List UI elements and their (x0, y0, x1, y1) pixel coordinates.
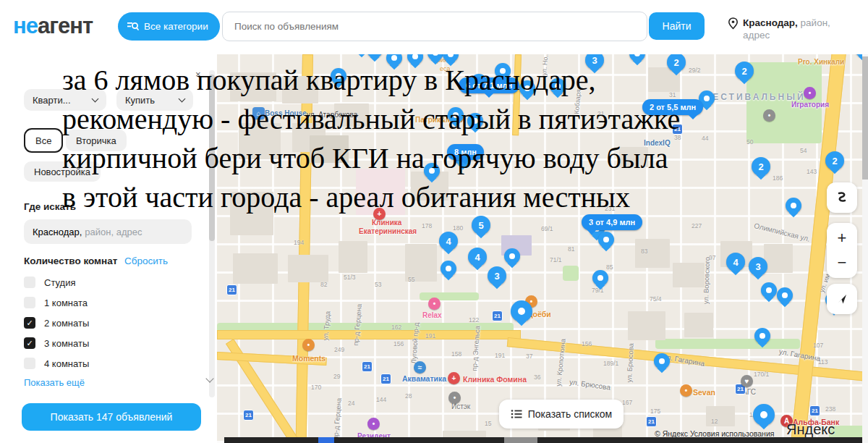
price-cluster-badge[interactable]: 6 от 7,1 млн (459, 77, 519, 93)
poi-poi-icon[interactable]: • (763, 109, 775, 122)
building (619, 147, 648, 167)
map-pin[interactable] (467, 113, 483, 129)
house-number: 38 (674, 134, 681, 141)
show-as-list-button[interactable]: Показать списком (499, 400, 624, 429)
map-pin[interactable] (592, 270, 608, 286)
property-type-label: Кварти... (33, 95, 71, 106)
map-pin[interactable] (331, 68, 346, 84)
where-input[interactable]: Краснодар, район, адрес (24, 219, 192, 244)
tab-newbuild[interactable]: Новостройка (24, 161, 101, 182)
map-pin[interactable] (504, 248, 520, 264)
room-checkbox[interactable] (24, 297, 35, 308)
map-pin[interactable]: 5 (472, 216, 490, 235)
page-scrollbar-thumb[interactable] (862, 56, 868, 180)
map-pin[interactable]: 3 (585, 54, 604, 69)
building (673, 263, 705, 287)
map-pin[interactable]: 2 (735, 62, 754, 80)
locate-button[interactable] (827, 284, 857, 314)
poi-akvamatika-icon[interactable]: ≈ (414, 361, 426, 374)
map-pin[interactable]: 2 (752, 157, 770, 176)
poi-rezident-icon[interactable]: • (367, 418, 380, 430)
room-option[interactable]: ✓3 комнаты (24, 333, 89, 353)
reset-link[interactable]: Сбросить (124, 256, 168, 266)
room-checkbox[interactable] (24, 277, 35, 288)
where-value: Краснодар, (33, 227, 82, 237)
building (764, 244, 793, 273)
house-number: 21 (597, 110, 604, 117)
show-results-button[interactable]: Показать 147 объявлений (22, 403, 201, 431)
room-label: 1 комната (44, 298, 88, 308)
room-option[interactable]: 1 комната (24, 292, 89, 313)
map-pin[interactable] (786, 198, 801, 214)
poi-clinic-ekaterininskaya-icon[interactable]: + (373, 208, 386, 220)
room-checkbox[interactable] (24, 358, 35, 369)
all-categories-button[interactable]: Все категории (118, 12, 220, 41)
road-shield: 21 (672, 124, 683, 135)
tab-secondary[interactable]: Вторичка (66, 130, 127, 151)
map-pin[interactable] (441, 261, 456, 277)
map-pin[interactable]: 2 (825, 151, 844, 170)
room-option[interactable]: Студия (24, 272, 89, 292)
poi-poi-icon[interactable]: • (448, 392, 461, 404)
map-pin[interactable] (386, 54, 402, 66)
sidebar-scrollbar-thumb[interactable] (209, 75, 215, 241)
map-label: ул. Брюсова (625, 343, 635, 383)
poi-moments-icon[interactable]: • (302, 339, 315, 351)
bottom-bar-chip (504, 437, 537, 443)
room-checkbox[interactable]: ✓ (24, 337, 35, 349)
deal-type-dropdown[interactable]: Купить (116, 89, 193, 111)
search-submit-button[interactable]: Найти (649, 12, 705, 40)
map-pin[interactable] (495, 63, 511, 79)
house-number: 53 (375, 281, 381, 288)
room-checkbox[interactable]: ✓ (24, 317, 35, 329)
map-pin[interactable] (424, 163, 440, 179)
map-pin[interactable] (598, 232, 614, 248)
poi-sevan-icon[interactable]: • (680, 384, 692, 397)
tab-all[interactable]: Все (24, 128, 63, 153)
poi-relax-icon[interactable]: • (428, 298, 441, 310)
map-pin[interactable] (753, 404, 775, 426)
poi-igratoria-icon[interactable]: • (804, 87, 816, 99)
show-more-link[interactable]: Показать ещё (24, 377, 85, 388)
map-pin[interactable] (550, 78, 566, 94)
map-pin[interactable]: 4 (439, 232, 458, 250)
price-cluster-badge[interactable]: 8 млн (447, 144, 484, 160)
house-number: 231 (605, 205, 615, 212)
map-pin[interactable] (654, 353, 670, 369)
close-icon[interactable]: × (195, 69, 201, 80)
house-number: 85 (606, 263, 613, 271)
house-number: 194 (294, 239, 304, 246)
room-option[interactable]: ✓2 комнаты (24, 313, 89, 333)
header-location[interactable]: Краснодар, район, адрес (728, 17, 836, 41)
map-pin[interactable] (629, 54, 645, 62)
map-pin[interactable] (519, 80, 535, 96)
price-cluster-badge[interactable]: 2 от 5,5 млн (642, 99, 703, 115)
map-pin[interactable] (761, 282, 777, 298)
poi-boss-house-icon[interactable]: ⌂ (252, 107, 265, 119)
room-option[interactable]: 4 комнаты (24, 353, 89, 374)
property-type-dropdown[interactable]: Кварти... (24, 89, 106, 111)
map-pin[interactable]: 2 (667, 54, 686, 72)
search-input[interactable] (233, 20, 637, 33)
poi-zags-icon[interactable]: ♥ (741, 375, 753, 387)
map-pin[interactable]: 4 (726, 253, 745, 271)
site-logo[interactable]: неагент (13, 13, 93, 39)
map-pin[interactable]: 4 (468, 248, 487, 266)
map-pin[interactable] (511, 300, 532, 322)
map-pin[interactable]: 3 (488, 266, 506, 285)
panorama-button[interactable] (827, 182, 857, 213)
poi-clinic-fomina-icon[interactable]: + (448, 372, 460, 384)
map-pin[interactable] (777, 287, 793, 303)
zoom-out-button[interactable]: − (827, 252, 857, 274)
map-pin[interactable] (754, 328, 770, 344)
map-pin[interactable]: 3 (749, 257, 767, 276)
house-number: 55 (408, 276, 414, 283)
map-pin[interactable] (367, 54, 383, 58)
price-cluster-badge[interactable]: 3 от 4,9 млн (582, 214, 642, 230)
map-pin[interactable] (448, 107, 464, 123)
house-number: 75/4 (650, 295, 662, 303)
building (628, 311, 665, 340)
zoom-in-button[interactable]: + (827, 227, 857, 249)
map-pin[interactable] (407, 54, 423, 64)
map-pin[interactable] (443, 54, 459, 62)
